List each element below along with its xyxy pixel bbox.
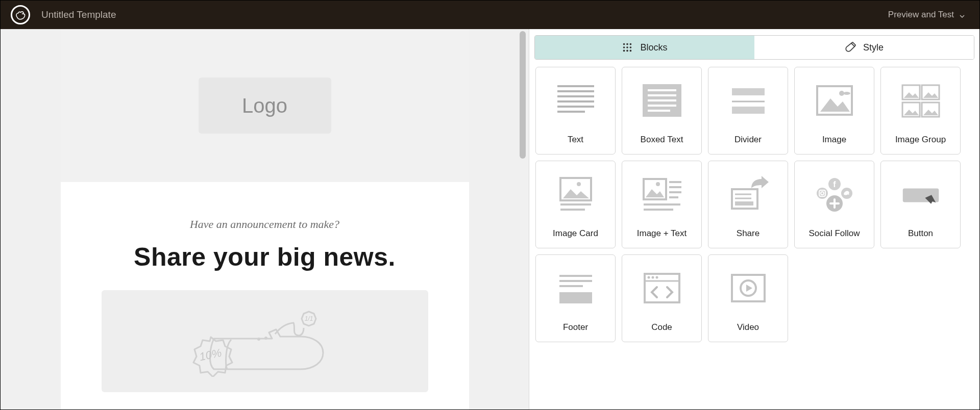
svg-point-48 xyxy=(656,182,660,186)
svg-point-75 xyxy=(647,276,650,279)
paintbrush-icon xyxy=(845,42,856,53)
svg-point-1 xyxy=(22,13,23,14)
block-text[interactable]: Text xyxy=(535,67,616,155)
svg-point-3 xyxy=(257,338,260,341)
tab-style-label: Style xyxy=(863,42,884,53)
block-image[interactable]: Image xyxy=(794,67,874,155)
block-share-label: Share xyxy=(737,228,760,239)
image-card-icon xyxy=(540,167,611,223)
svg-point-11 xyxy=(623,50,625,52)
svg-point-12 xyxy=(627,50,629,52)
footer-icon xyxy=(540,261,611,317)
svg-point-43 xyxy=(577,182,581,186)
block-button-label: Button xyxy=(908,228,933,239)
svg-text:1/1: 1/1 xyxy=(304,315,313,322)
illustration-placeholder[interactable]: 10% 1/1 xyxy=(102,290,428,392)
svg-marker-80 xyxy=(746,285,752,292)
share-icon xyxy=(713,167,783,223)
svg-rect-28 xyxy=(732,107,765,114)
svg-point-9 xyxy=(627,46,629,48)
svg-point-6 xyxy=(627,43,629,45)
svg-rect-26 xyxy=(732,88,765,95)
svg-marker-40 xyxy=(923,110,938,115)
code-icon xyxy=(626,261,697,317)
svg-point-5 xyxy=(623,43,625,45)
block-image-card[interactable]: Image Card xyxy=(535,161,616,248)
logo-section[interactable]: Logo xyxy=(61,29,469,182)
svg-marker-47 xyxy=(646,189,664,197)
svg-marker-36 xyxy=(923,92,938,98)
block-image-text[interactable]: Image + Text xyxy=(622,161,702,248)
block-social-follow[interactable]: f Social Follow xyxy=(794,161,874,248)
boxed-text-icon xyxy=(626,73,697,130)
announcement-subtitle: Have an announcement to make? xyxy=(61,218,469,231)
image-icon xyxy=(799,73,870,130)
svg-point-13 xyxy=(630,50,632,52)
block-code-label: Code xyxy=(651,322,672,332)
discount-text: 10% xyxy=(198,346,223,364)
block-boxed-text[interactable]: Boxed Text xyxy=(622,67,702,155)
svg-rect-73 xyxy=(645,274,679,302)
block-image-label: Image xyxy=(822,135,846,145)
social-follow-icon: f xyxy=(799,167,870,223)
top-bar: Untitled Template Preview and Test xyxy=(1,1,979,29)
text-icon xyxy=(540,73,611,130)
tab-style[interactable]: Style xyxy=(754,36,974,59)
svg-point-7 xyxy=(630,43,632,45)
svg-point-76 xyxy=(651,276,654,279)
block-image-group[interactable]: Image Group xyxy=(880,67,961,155)
svg-text:f: f xyxy=(833,180,836,189)
svg-rect-58 xyxy=(735,201,753,206)
svg-rect-72 xyxy=(559,292,592,303)
svg-marker-42 xyxy=(563,189,589,198)
document-title[interactable]: Untitled Template xyxy=(41,9,116,20)
divider-icon xyxy=(713,73,783,130)
svg-marker-38 xyxy=(904,110,919,115)
email-canvas[interactable]: Logo Have an announcement to make? Share… xyxy=(1,29,529,410)
block-image-group-label: Image Group xyxy=(895,135,946,145)
canvas-scrollbar[interactable] xyxy=(520,29,526,410)
announcement-headline: Share your big news. xyxy=(61,242,469,272)
editor-panel: Blocks Style Text Boxe xyxy=(529,29,979,410)
image-text-icon xyxy=(626,167,697,223)
scrollbar-thumb[interactable] xyxy=(520,31,526,159)
chevron-down-icon xyxy=(959,12,965,18)
svg-marker-34 xyxy=(904,92,919,98)
block-code[interactable]: Code xyxy=(622,254,702,342)
block-video-label: Video xyxy=(737,322,759,332)
block-divider-label: Divider xyxy=(734,135,762,145)
svg-point-61 xyxy=(817,188,828,199)
block-footer[interactable]: Footer xyxy=(535,254,616,342)
svg-point-4 xyxy=(264,337,267,340)
preview-and-test-label: Preview and Test xyxy=(888,10,954,20)
mailchimp-logo-icon[interactable] xyxy=(11,5,30,24)
svg-point-10 xyxy=(630,46,632,48)
svg-point-32 xyxy=(843,92,850,95)
block-video[interactable]: Video xyxy=(708,254,788,342)
button-icon xyxy=(885,167,956,223)
svg-point-8 xyxy=(623,46,625,48)
preview-and-test-dropdown[interactable]: Preview and Test xyxy=(888,10,969,20)
block-divider[interactable]: Divider xyxy=(708,67,788,155)
blocks-grid: Text Boxed Text Divider Im xyxy=(529,67,979,342)
block-image-text-label: Image + Text xyxy=(637,228,687,239)
block-text-label: Text xyxy=(568,135,583,145)
video-icon xyxy=(713,261,783,317)
block-image-card-label: Image Card xyxy=(553,228,598,239)
svg-point-77 xyxy=(655,276,658,279)
grid-icon xyxy=(622,42,633,53)
block-social-follow-label: Social Follow xyxy=(808,228,860,239)
tab-blocks-label: Blocks xyxy=(640,42,667,53)
tab-blocks[interactable]: Blocks xyxy=(535,36,754,59)
image-group-icon xyxy=(885,73,956,130)
headline-section[interactable]: Have an announcement to make? Share your… xyxy=(61,182,469,410)
block-button[interactable]: Button xyxy=(880,161,961,248)
block-boxed-text-label: Boxed Text xyxy=(641,135,683,145)
svg-point-0 xyxy=(13,7,29,23)
block-share[interactable]: Share xyxy=(708,161,788,248)
block-footer-label: Footer xyxy=(563,322,588,332)
svg-marker-30 xyxy=(820,98,850,112)
logo-placeholder[interactable]: Logo xyxy=(199,78,331,134)
